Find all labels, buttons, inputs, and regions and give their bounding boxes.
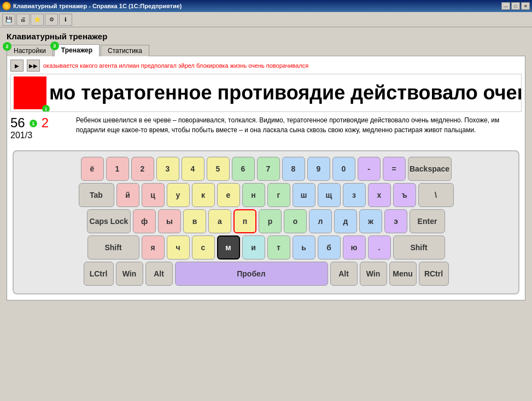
key-2[interactable]: 2 <box>131 157 154 181</box>
key-yo[interactable]: ё <box>81 157 104 181</box>
key-t[interactable]: т <box>267 235 290 260</box>
play-button[interactable]: ▶ <box>10 60 24 72</box>
key-z[interactable]: з <box>343 183 366 207</box>
key-b[interactable]: б <box>318 235 341 260</box>
title-bar: Клавиатурный тренажер - Справка 1С (1С:П… <box>0 0 532 12</box>
keyboard: ё 1 2 3 4 5 6 7 8 9 0 - = Backspace Tab … <box>13 150 519 294</box>
key-4[interactable]: 4 <box>182 157 204 181</box>
key-g[interactable]: г <box>267 183 290 207</box>
key-y[interactable]: ы <box>158 209 181 233</box>
tab-settings[interactable]: 2 Настройки <box>7 45 53 56</box>
key-yu[interactable]: ю <box>343 235 366 260</box>
keyboard-row-4: Shift я ч с м и т ь б ю . Shift <box>19 235 513 260</box>
key-i[interactable]: и <box>242 235 265 260</box>
app-title: Клавиатурный тренажер <box>7 32 528 41</box>
toolbar-icon-1[interactable]: 💾 <box>2 14 15 26</box>
key-h[interactable]: х <box>368 183 391 207</box>
keyboard-row-3: Caps Lock ф ы в а п р о л д ж э Enter <box>19 209 513 233</box>
key-s[interactable]: с <box>192 235 215 260</box>
key-1[interactable]: 1 <box>106 157 129 181</box>
key-dot[interactable]: . <box>368 235 391 260</box>
key-m[interactable]: м <box>217 235 240 260</box>
tab-statistics[interactable]: Статистика <box>101 45 149 56</box>
key-o[interactable]: о <box>284 209 307 233</box>
key-r[interactable]: р <box>259 209 282 233</box>
app-toolbar: 💾 🖨 ⭐ ⚙ ℹ <box>0 12 532 27</box>
toolbar-icon-5[interactable]: ℹ <box>59 14 72 26</box>
key-win-right[interactable]: Win <box>360 262 387 286</box>
stat-left: 56 1 2 201/3 <box>10 115 76 140</box>
stat-speed: 56 <box>10 115 25 131</box>
key-8[interactable]: 8 <box>282 157 305 181</box>
color-indicator: 1 <box>14 76 46 109</box>
key-menu[interactable]: Menu <box>389 262 417 286</box>
key-n[interactable]: н <box>242 183 265 207</box>
toolbar-icon-4[interactable]: ⚙ <box>45 14 58 26</box>
key-sh[interactable]: ш <box>293 183 315 207</box>
key-l[interactable]: л <box>309 209 332 233</box>
keyboard-row-1: ё 1 2 3 4 5 6 7 8 9 0 - = Backspace <box>19 157 513 181</box>
key-e[interactable]: е <box>217 183 240 207</box>
indicator-dot: 1 <box>42 105 50 112</box>
key-lctrl[interactable]: LCtrl <box>84 262 114 286</box>
key-p[interactable]: п <box>233 209 256 233</box>
key-backslash[interactable]: \ <box>418 183 454 207</box>
minimize-button[interactable]: — <box>501 2 510 10</box>
key-ts[interactable]: ц <box>142 183 165 207</box>
key-shift-right[interactable]: Shift <box>393 235 445 260</box>
passage-text: Ребенок шевелился в ее чреве – поворачив… <box>76 115 522 140</box>
stat-fraction: 201/3 <box>10 131 76 140</box>
key-win-left[interactable]: Win <box>116 262 143 286</box>
key-shift-left[interactable]: Shift <box>87 235 139 260</box>
toolbar-icon-2[interactable]: 🖨 <box>16 14 30 26</box>
stat-errors: 2 <box>42 115 49 131</box>
keyboard-row-2: Tab й ц у к е н г ш щ з х ъ \ <box>19 183 513 207</box>
key-caps-lock[interactable]: Caps Lock <box>87 209 131 233</box>
key-u[interactable]: у <box>167 183 190 207</box>
key-0[interactable]: 0 <box>332 157 355 181</box>
key-soft[interactable]: ь <box>293 235 315 260</box>
current-text: мо тератогенное противоядие действовало … <box>49 81 521 104</box>
key-ch[interactable]: ч <box>167 235 190 260</box>
window-content: Клавиатурный тренажер 2 Настройки 3 Трен… <box>0 27 532 303</box>
trainer-controls: ▶ ▶▶ оказывается какого агента иллиан пр… <box>10 60 522 72</box>
window-controls: — □ ✕ <box>501 2 530 10</box>
key-7[interactable]: 7 <box>257 157 280 181</box>
key-5[interactable]: 5 <box>207 157 230 181</box>
key-3[interactable]: 3 <box>156 157 179 181</box>
key-j[interactable]: й <box>116 183 139 207</box>
close-button[interactable]: ✕ <box>521 2 530 10</box>
big-text-display: 1 мо тератогенное противоядие действовал… <box>10 74 522 112</box>
key-minus[interactable]: - <box>358 157 381 181</box>
key-d[interactable]: д <box>334 209 357 233</box>
key-k[interactable]: к <box>192 183 215 207</box>
speed-dot: 1 <box>30 120 37 127</box>
tab-badge-settings: 2 <box>3 42 11 51</box>
key-9[interactable]: 9 <box>307 157 330 181</box>
key-tab[interactable]: Tab <box>79 183 114 207</box>
key-zh[interactable]: ж <box>359 209 382 233</box>
next-button[interactable]: ▶▶ <box>27 60 40 72</box>
tab-badge-trainer: 3 <box>50 42 59 50</box>
key-alt-left[interactable]: Alt <box>145 262 173 286</box>
key-f[interactable]: ф <box>133 209 156 233</box>
key-ya[interactable]: я <box>142 235 165 260</box>
key-a[interactable]: а <box>208 209 231 233</box>
key-enter[interactable]: Enter <box>410 209 445 233</box>
stats-row: 56 1 2 201/3 Ребенок шевелился в ее чрев… <box>10 115 522 140</box>
key-v[interactable]: в <box>183 209 206 233</box>
key-rctrl[interactable]: RCtrl <box>419 262 449 286</box>
tabs-row: 2 Настройки 3 Тренажер Статистика <box>7 44 528 56</box>
key-hard[interactable]: ъ <box>393 183 416 207</box>
window-title: Клавиатурный тренажер - Справка 1С (1С:П… <box>13 3 182 9</box>
key-equals[interactable]: = <box>383 157 406 181</box>
key-soft-e[interactable]: э <box>384 209 407 233</box>
key-shch[interactable]: щ <box>318 183 341 207</box>
tab-trainer[interactable]: 3 Тренажер <box>54 44 100 56</box>
toolbar-icon-3[interactable]: ⭐ <box>31 14 44 26</box>
key-space[interactable]: Пробел <box>175 262 328 286</box>
key-alt-right[interactable]: Alt <box>330 262 358 286</box>
maximize-button[interactable]: □ <box>511 2 520 10</box>
key-backspace[interactable]: Backspace <box>408 157 452 181</box>
key-6[interactable]: 6 <box>232 157 255 181</box>
